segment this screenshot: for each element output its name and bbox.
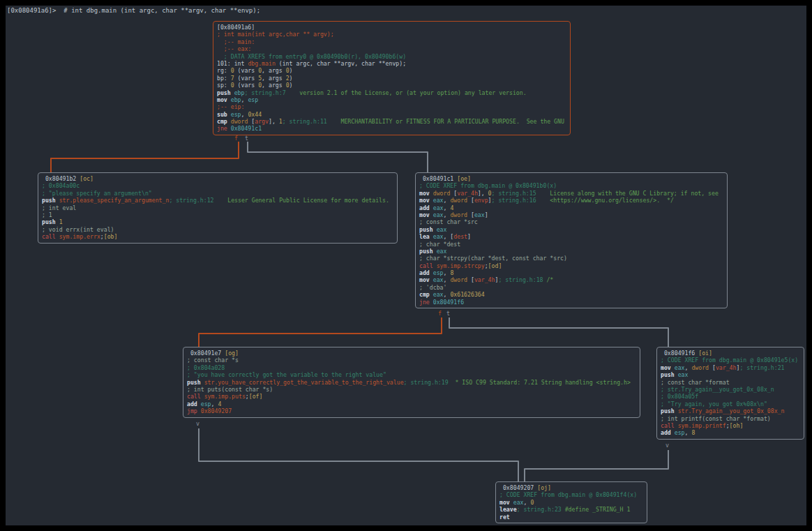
asm-line: sp: 0 (vars 0, args 0) (217, 82, 566, 89)
asm-token: eax (437, 226, 447, 233)
asm-token: mov (419, 197, 433, 204)
asm-token: dword (450, 197, 467, 204)
edge-og-out (199, 428, 518, 481)
asm-token: , (444, 204, 451, 211)
asm-token: [od] (488, 262, 502, 269)
asm-line: rg: 0 (vars 0, args 0) (217, 67, 566, 74)
asm-token: 0x8049207 (499, 484, 537, 491)
asm-token: ) (290, 67, 293, 74)
asm-token: /* (543, 276, 554, 283)
asm-token: push (187, 379, 204, 386)
asm-line: cmp eax, 0x61626364 (419, 291, 723, 298)
asm-token: ], (269, 118, 279, 125)
asm-token: ;-- eax: (217, 45, 251, 52)
asm-token: ; char *strcpy(char *dest, const char *s… (419, 255, 567, 262)
asm-token: 4 (450, 204, 453, 211)
asm-token: mov (217, 96, 231, 103)
asm-token: str.please_specify_an_argument_n (59, 197, 170, 204)
asm-token: jne (419, 299, 433, 306)
asm-line: ; CODE XREF from dbg.main @ 0x80491e5(x) (661, 357, 800, 364)
asm-token: eax (433, 291, 444, 298)
asm-token: [oi] (698, 350, 712, 357)
asm-token: [oh] (730, 422, 744, 429)
asm-token: ; int main(int argc,char ** argv); (217, 31, 334, 38)
asm-line: leave; string.h:23 #define _STRING_H 1 (499, 506, 643, 513)
asm-token: push (419, 248, 437, 255)
asm-line: ; char *strcpy(char *dest, const char *s… (419, 255, 723, 262)
basic-block-0x80491a6[interactable]: [0x80491a6]; int main(int argc,char ** a… (213, 21, 571, 135)
edge-entry-true (248, 142, 428, 172)
prompt-command: # int dbg.main (int argc, char **argv, c… (56, 7, 260, 14)
asm-token: , (444, 276, 451, 283)
asm-line: ; 0x804a028 (187, 364, 636, 371)
edge-label-t: t (245, 135, 248, 142)
asm-token: (vars (234, 75, 259, 82)
asm-token: ; CODE XREF from dbg.main @ 0x80491e5(x) (661, 357, 798, 364)
basic-block-0x80491f6[interactable]: 0x80491f6 [oi]; CODE XREF from dbg.main … (656, 347, 804, 440)
asm-token: sym.imp.puts (204, 393, 246, 400)
asm-line: push ebp; string.h:7 version 2.1 of the … (217, 89, 566, 96)
asm-token: eax (433, 211, 444, 218)
asm-token: push (419, 226, 437, 233)
edge-oe-true (449, 317, 668, 347)
asm-token: 0x80491b2 (42, 175, 80, 182)
asm-token: [ (467, 211, 474, 218)
asm-token: , (444, 269, 451, 276)
asm-token: , args (262, 82, 286, 89)
asm-token: eax (433, 233, 444, 240)
asm-token: ;-- main: (217, 38, 255, 45)
asm-token: mov (419, 211, 433, 218)
asm-token: add (419, 204, 433, 211)
basic-block-0x80491c1[interactable]: 0x80491c1 [oe]; CODE XREF from dbg.main … (415, 172, 728, 308)
asm-line: mov eax, dword [envp]; string.h:16 <http… (419, 197, 723, 204)
asm-token: [0x80491a6] (217, 24, 255, 31)
asm-token: sym.imp.strcpy (437, 262, 485, 269)
asm-line: mov dword [var_4h], 0; string.h:15 Licen… (419, 190, 723, 197)
asm-token: License along with the GNU C Library; if… (536, 190, 719, 197)
asm-token: 0x8049207 (201, 407, 232, 414)
asm-line: push eax (419, 226, 723, 233)
asm-line: ; str.Try_again__you_got_0x_08x_n (661, 386, 800, 393)
basic-block-0x80491e7[interactable]: 0x80491e7 [og]; const char *s; 0x804a028… (183, 347, 640, 418)
asm-line: ; char *dest (419, 241, 723, 248)
asm-token: str.Try_again__you_got_0x_08x_n (678, 407, 785, 414)
asm-token: ) (290, 82, 293, 89)
asm-token: mov (661, 364, 675, 371)
asm-token: cmp (419, 291, 433, 298)
asm-token: ], (478, 190, 488, 197)
asm-line: 0x80491e7 [og] (187, 350, 636, 357)
asm-line: jne 0x80491f6 (419, 299, 723, 306)
asm-token: (vars (234, 82, 259, 89)
asm-token: ; string.h:21 (739, 364, 784, 371)
asm-line: ; 0x804a05f (661, 393, 800, 400)
asm-token: 101: int (217, 60, 248, 67)
basic-block-0x80491b2[interactable]: 0x80491b2 [oc]; 0x804a00c; "please speci… (38, 172, 398, 244)
asm-line: ; int main(int argc,char ** argv); (217, 31, 566, 38)
asm-line: ; void errx(int eval) (42, 226, 393, 233)
asm-line: ; "Try again, you got 0x%08x\n" (661, 401, 800, 407)
asm-token: rg: (217, 67, 231, 74)
asm-line: 0x80491f6 [oi] (661, 350, 800, 357)
command-prompt[interactable]: [0x080491a6]> # int dbg.main (int argc, … (7, 7, 260, 15)
asm-token: leave (499, 506, 517, 513)
asm-token: eax (675, 364, 685, 371)
asm-token: [ (450, 190, 457, 197)
asm-line: ; 'dcba' (419, 284, 723, 291)
asm-token: [ (467, 276, 474, 283)
asm-token: , (685, 429, 692, 436)
asm-token: ] (467, 233, 471, 240)
asm-line: call sym.imp.strcpy;[od] (419, 262, 723, 269)
asm-token: , (524, 499, 531, 506)
asm-token: dword (231, 118, 248, 125)
asm-token: esp (433, 269, 444, 276)
asm-line: add esp, 8 (661, 429, 800, 436)
asm-line: ;-- main: (217, 38, 566, 45)
asm-line: ; "you have correctly got the variable t… (187, 371, 636, 378)
asm-line: ; CODE XREF from dbg.main @ 0x80491f4(x) (499, 491, 643, 498)
asm-token: eax (513, 499, 524, 506)
asm-token: ; const char *format (661, 379, 730, 386)
asm-token: dword (450, 276, 467, 283)
asm-token: , (241, 96, 248, 103)
asm-token: [ (709, 364, 716, 371)
basic-block-0x8049207[interactable]: 0x8049207 [oj]; CODE XREF from dbg.main … (495, 481, 647, 523)
